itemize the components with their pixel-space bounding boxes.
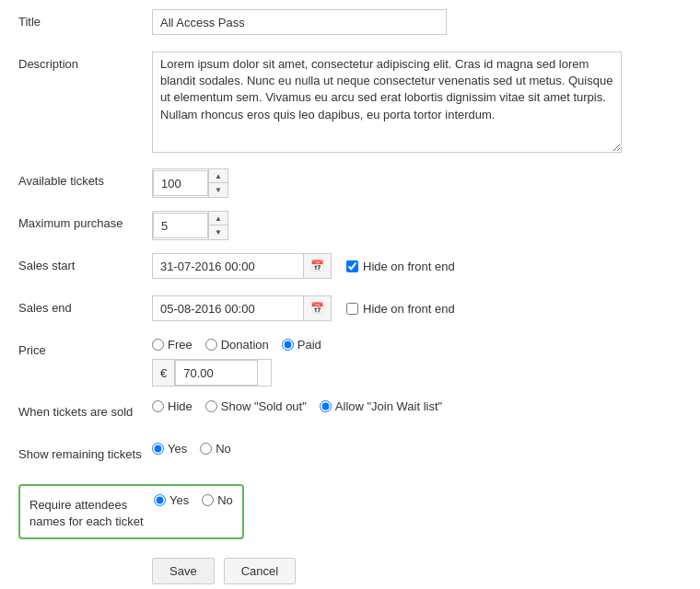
max-purchase-spinner-buttons: ▲ ▼ (208, 212, 228, 239)
price-free-radio[interactable] (152, 339, 164, 351)
when-sold-label: When tickets are sold (18, 399, 152, 419)
sales-start-hide-label[interactable]: Hide on front end (363, 260, 455, 273)
price-free-label: Free (168, 338, 192, 352)
price-paid-option[interactable]: Paid (282, 338, 321, 352)
sales-end-control: 📅 Hide on front end (152, 295, 682, 321)
sales-end-datetime: 📅 (152, 295, 332, 321)
sales-start-calendar-btn[interactable]: 📅 (304, 253, 332, 279)
description-textarea[interactable]: Lorem ipsum dolor sit amet, consectetur … (152, 52, 622, 153)
max-purchase-spinner: ▲ ▼ (152, 211, 228, 240)
show-remaining-label: Show remaining tickets (18, 442, 152, 461)
price-paid-label: Paid (298, 338, 321, 352)
available-tickets-spinner-buttons: ▲ ▼ (208, 169, 228, 197)
when-sold-waitlist-radio[interactable] (320, 400, 332, 412)
show-remaining-yes-radio[interactable] (152, 443, 164, 455)
when-sold-soldout-label: Show "Sold out" (221, 399, 307, 413)
price-donation-radio[interactable] (205, 339, 217, 351)
title-input[interactable] (152, 9, 447, 35)
available-tickets-spinner: ▲ ▼ (152, 168, 228, 198)
require-attendees-row: Require attendees names for each ticket … (18, 484, 682, 539)
require-attendees-no-radio[interactable] (202, 494, 214, 506)
when-sold-soldout-option[interactable]: Show "Sold out" (205, 399, 307, 413)
button-row: Save Cancel (18, 558, 682, 584)
show-remaining-yes-label: Yes (168, 442, 187, 456)
when-sold-radio-group: Hide Show "Sold out" Allow "Join Wait li… (152, 399, 682, 413)
max-purchase-control: ▲ ▼ (152, 211, 682, 240)
show-remaining-control: Yes No (152, 442, 682, 456)
max-purchase-down-btn[interactable]: ▼ (209, 225, 228, 239)
title-row: Title (18, 9, 682, 39)
when-sold-waitlist-label: Allow "Join Wait list" (335, 399, 442, 413)
sales-end-hide-checkbox[interactable] (346, 303, 358, 315)
require-attendees-yes-label: Yes (169, 493, 189, 507)
when-sold-hide-option[interactable]: Hide (152, 399, 192, 413)
when-sold-soldout-radio[interactable] (205, 400, 217, 412)
available-tickets-label: Available tickets (18, 168, 152, 188)
sales-end-hide-container: Hide on front end (346, 302, 455, 316)
sales-start-hide-checkbox[interactable] (346, 260, 358, 272)
available-tickets-up-btn[interactable]: ▲ (209, 169, 228, 183)
sales-end-label: Sales end (18, 295, 152, 315)
save-button[interactable]: Save (152, 558, 215, 584)
when-sold-control: Hide Show "Sold out" Allow "Join Wait li… (152, 399, 682, 413)
show-remaining-no-option[interactable]: No (200, 442, 231, 456)
sales-start-row: Sales start 📅 Hide on front end (18, 253, 682, 283)
sales-end-hide-label[interactable]: Hide on front end (363, 302, 455, 316)
calendar-icon: 📅 (310, 260, 324, 272)
sales-start-hide-container: Hide on front end (346, 260, 455, 273)
price-symbol: € (153, 360, 175, 386)
require-attendees-control: Yes No (154, 493, 233, 507)
title-label: Title (18, 9, 152, 29)
when-sold-hide-label: Hide (168, 399, 192, 413)
price-donation-option[interactable]: Donation (205, 338, 269, 352)
sales-end-row: Sales end 📅 Hide on front end (18, 295, 682, 325)
price-free-option[interactable]: Free (152, 338, 192, 352)
cancel-button[interactable]: Cancel (224, 558, 296, 584)
max-purchase-label: Maximum purchase (18, 211, 152, 230)
show-remaining-no-radio[interactable] (200, 443, 212, 455)
require-attendees-no-label: No (217, 493, 233, 507)
sales-start-input[interactable] (152, 253, 304, 279)
require-attendees-yes-radio[interactable] (154, 494, 166, 506)
available-tickets-down-btn[interactable]: ▼ (209, 183, 228, 197)
sales-end-inner: 📅 Hide on front end (152, 295, 682, 321)
title-control (152, 9, 682, 35)
calendar-icon-end: 📅 (310, 302, 324, 315)
description-row: Description Lorem ipsum dolor sit amet, … (18, 52, 682, 156)
when-sold-hide-radio[interactable] (152, 400, 164, 412)
description-control: Lorem ipsum dolor sit amet, consectetur … (152, 52, 682, 156)
show-remaining-no-label: No (216, 442, 231, 456)
require-attendees-radio-group: Yes No (154, 493, 233, 507)
price-label: Price (18, 338, 152, 357)
show-remaining-radio-group: Yes No (152, 442, 682, 456)
require-attendees-yes-option[interactable]: Yes (154, 493, 189, 507)
price-radio-group: Free Donation Paid (152, 338, 682, 352)
sales-start-datetime: 📅 (152, 253, 332, 279)
price-paid-radio[interactable] (282, 339, 294, 351)
available-tickets-input[interactable] (153, 170, 208, 196)
price-amount-input[interactable] (175, 360, 258, 386)
require-attendees-highlight-box: Require attendees names for each ticket … (18, 484, 244, 539)
sales-start-inner: 📅 Hide on front end (152, 253, 682, 279)
sales-end-calendar-btn[interactable]: 📅 (304, 295, 332, 321)
available-tickets-control: ▲ ▼ (152, 168, 682, 198)
max-purchase-up-btn[interactable]: ▲ (209, 212, 228, 225)
show-remaining-row: Show remaining tickets Yes No (18, 442, 682, 471)
price-donation-label: Donation (221, 338, 269, 352)
price-row: Price Free Donation Paid € (18, 338, 682, 387)
require-attendees-no-option[interactable]: No (202, 493, 233, 507)
sales-start-label: Sales start (18, 253, 152, 272)
sales-end-input[interactable] (152, 295, 304, 321)
description-label: Description (18, 52, 152, 71)
price-amount-container: € (152, 359, 272, 387)
require-attendees-label: Require attendees names for each ticket (29, 493, 154, 530)
when-sold-waitlist-option[interactable]: Allow "Join Wait list" (320, 399, 442, 413)
available-tickets-row: Available tickets ▲ ▼ (18, 168, 682, 198)
when-sold-row: When tickets are sold Hide Show "Sold ou… (18, 399, 682, 429)
max-purchase-input[interactable] (153, 213, 208, 238)
price-control: Free Donation Paid € (152, 338, 682, 387)
sales-start-control: 📅 Hide on front end (152, 253, 682, 279)
show-remaining-yes-option[interactable]: Yes (152, 442, 187, 456)
max-purchase-row: Maximum purchase ▲ ▼ (18, 211, 682, 240)
